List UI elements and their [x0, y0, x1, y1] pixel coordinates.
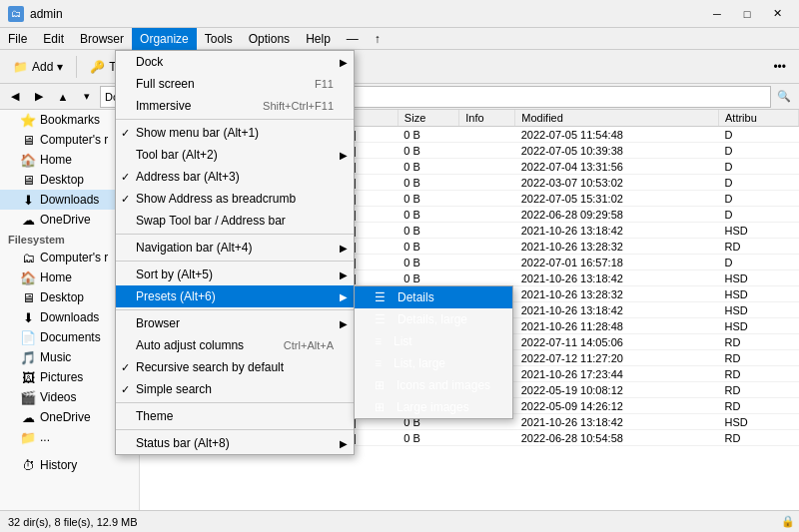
back-button[interactable]: ◀ — [4, 86, 26, 108]
status-text: 32 dir(s), 8 file(s), 12.9 MB — [8, 516, 138, 528]
presets-submenu[interactable]: ☰ Details ☰ Details, large ≡ List ≡ List… — [354, 285, 513, 419]
menu-auto-adjust[interactable]: Auto adjust columns Ctrl+Alt+A — [116, 334, 354, 356]
history-icon: ⏱ — [20, 458, 36, 473]
menu-immersive[interactable]: Immersive Shift+Ctrl+F11 — [116, 95, 354, 117]
fs-more-icon: 📁 — [20, 430, 36, 445]
title-bar: 🗂 admin ─ □ ✕ — [0, 0, 799, 28]
add-dropdown-icon: ▾ — [57, 60, 63, 74]
preset-large-images[interactable]: ⊞ Large images — [355, 396, 512, 418]
dropdown-button[interactable]: ▾ — [76, 86, 98, 108]
preset-list-large[interactable]: ≡ List, large — [355, 352, 512, 374]
lock-icon: 🔒 — [781, 515, 795, 528]
close-button[interactable]: ✕ — [763, 4, 791, 24]
preset-list[interactable]: ≡ List — [355, 330, 512, 352]
separator-3 — [116, 261, 354, 262]
onedrive-icon: ☁ — [20, 213, 36, 228]
col-attrib[interactable]: Attribu — [719, 110, 799, 127]
title-bar-controls: ─ □ ✕ — [703, 4, 791, 24]
separator-5 — [116, 402, 354, 403]
add-button[interactable]: 📁 Add ▾ — [4, 53, 72, 81]
menu-addressbar[interactable]: ✓ Address bar (Alt+3) — [116, 166, 354, 188]
dock-arrow: ▶ — [340, 57, 348, 68]
menu-help[interactable]: Help — [298, 28, 339, 50]
status-bar: 32 dir(s), 8 file(s), 12.9 MB 🔒 — [0, 510, 799, 532]
large-images-icon: ⊞ — [375, 400, 385, 414]
menu-edit[interactable]: Edit — [35, 28, 72, 50]
menu-presets[interactable]: Presets (Alt+6) ▶ ☰ Details ☰ Details, l… — [116, 285, 354, 307]
toolbar-separator-1 — [76, 56, 77, 78]
list-large-icon: ≡ — [375, 356, 382, 370]
sortby-arrow: ▶ — [340, 269, 348, 280]
list-icon: ≡ — [375, 334, 382, 348]
app-icon: 🗂 — [8, 6, 24, 22]
menu-sep: — — [339, 28, 367, 50]
check-simple-search: ✓ — [121, 383, 130, 396]
menu-organize[interactable]: Organize — [132, 28, 197, 50]
check-breadcrumb: ✓ — [121, 193, 130, 206]
separator-2 — [116, 234, 354, 235]
presets-arrow: ▶ — [340, 291, 348, 302]
fs-home-icon: 🏠 — [20, 270, 36, 285]
menu-browser-item[interactable]: Browser ▶ — [116, 312, 354, 334]
menu-tools[interactable]: Tools — [197, 28, 241, 50]
menu-up[interactable]: ↑ — [367, 28, 389, 50]
menu-swap-toolbar[interactable]: Swap Tool bar / Address bar — [116, 210, 354, 232]
col-info[interactable]: Info — [459, 110, 515, 127]
more-button[interactable]: ••• — [764, 53, 795, 81]
navbar-arrow: ▶ — [340, 243, 348, 254]
details-icon: ☰ — [375, 290, 386, 304]
statusbar-arrow: ▶ — [340, 438, 348, 449]
fs-downloads-icon: ⬇ — [20, 310, 36, 325]
check-menubar: ✓ — [121, 127, 130, 140]
search-button[interactable]: 🔍 — [773, 86, 795, 108]
bookmarks-icon: ⭐ — [20, 113, 36, 128]
sidebar-item-history[interactable]: ⏱ History — [0, 455, 139, 475]
menu-options[interactable]: Options — [241, 28, 298, 50]
menu-navbar[interactable]: Navigation bar (Alt+4) ▶ — [116, 237, 354, 259]
fs-onedrive-icon: ☁ — [20, 410, 36, 425]
computer-icon: 🖥 — [20, 133, 36, 148]
menu-sortby[interactable]: Sort by (Alt+5) ▶ — [116, 264, 354, 285]
organize-menu[interactable]: Dock ▶ Full screen F11 Immersive Shift+C… — [115, 50, 355, 455]
menu-dock[interactable]: Dock ▶ — [116, 51, 354, 73]
forward-button[interactable]: ▶ — [28, 86, 50, 108]
preset-details-large[interactable]: ☰ Details, large — [355, 308, 512, 330]
menu-recursive-search[interactable]: ✓ Recursive search by default — [116, 356, 354, 378]
home-icon: 🏠 — [20, 153, 36, 168]
menu-simple-search[interactable]: ✓ Simple search — [116, 378, 354, 400]
menu-browser[interactable]: Browser — [72, 28, 132, 50]
browser-arrow: ▶ — [340, 318, 348, 329]
menu-statusbar[interactable]: Status bar (Alt+8) ▶ — [116, 432, 354, 454]
preset-details[interactable]: ☰ Details — [355, 286, 512, 308]
check-addressbar: ✓ — [121, 171, 130, 184]
test-icon: 🔑 — [90, 60, 105, 74]
maximize-button[interactable]: □ — [733, 4, 761, 24]
preset-icons-images[interactable]: ⊞ Icons and images — [355, 374, 512, 396]
check-recursive: ✓ — [121, 361, 130, 374]
separator-6 — [116, 429, 354, 430]
fs-pictures-icon: 🖼 — [20, 370, 36, 385]
menu-file[interactable]: File — [0, 28, 35, 50]
fs-desktop-icon: 🖥 — [20, 290, 36, 305]
fs-documents-icon: 📄 — [20, 330, 36, 345]
fs-music-icon: 🎵 — [20, 350, 36, 365]
menu-toolbar[interactable]: Tool bar (Alt+2) ▶ — [116, 144, 354, 166]
col-modified[interactable]: Modified — [515, 110, 719, 127]
downloads-icon: ⬇ — [20, 193, 36, 208]
icons-images-icon: ⊞ — [375, 378, 385, 392]
separator-1 — [116, 119, 354, 120]
col-size[interactable]: Size — [398, 110, 458, 127]
up-button[interactable]: ▲ — [52, 86, 74, 108]
separator-4 — [116, 309, 354, 310]
menu-fullscreen[interactable]: Full screen F11 — [116, 73, 354, 95]
menu-bar: File Edit Browser Organize Tools Options… — [0, 28, 799, 50]
title-bar-text: admin — [30, 7, 703, 21]
details-large-icon: ☰ — [375, 312, 386, 326]
desktop-icon: 🖥 — [20, 173, 36, 188]
minimize-button[interactable]: ─ — [703, 4, 731, 24]
menu-show-breadcrumb[interactable]: ✓ Show Address as breadcrumb — [116, 188, 354, 210]
menu-show-menubar[interactable]: ✓ Show menu bar (Alt+1) — [116, 122, 354, 144]
fs-videos-icon: 🎬 — [20, 390, 36, 405]
toolbar-arrow: ▶ — [340, 150, 348, 161]
menu-theme[interactable]: Theme — [116, 405, 354, 427]
